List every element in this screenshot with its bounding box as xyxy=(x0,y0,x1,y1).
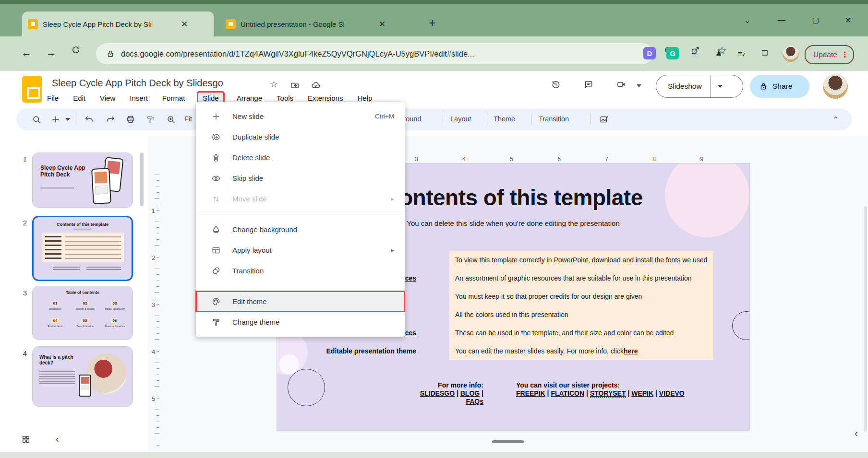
menu-item-duplicate-slide[interactable]: Duplicate slide xyxy=(196,127,405,147)
d-extension-icon[interactable]: D xyxy=(643,47,656,59)
share-button[interactable]: Share xyxy=(750,75,809,98)
canvas-horizontal-scrollbar[interactable] xyxy=(492,440,524,443)
slideshow-dropdown[interactable] xyxy=(711,75,729,97)
menu-item-move-slide[interactable]: Move slide▸ xyxy=(196,188,405,209)
version-history-icon[interactable] xyxy=(551,80,561,89)
new-tab-button[interactable]: + xyxy=(429,17,436,29)
asterisk-extension-icon[interactable]: ✳ xyxy=(689,47,702,59)
move-folder-icon[interactable] xyxy=(290,81,300,90)
forward-button[interactable]: → xyxy=(46,47,57,59)
submenu-arrow-icon: ▸ xyxy=(391,195,394,202)
thumb-title: Sleep Cycle App Pitch Deck xyxy=(40,164,88,178)
window-maximize-button[interactable]: ▢ xyxy=(812,16,819,24)
fit-zoom-select[interactable]: Fit xyxy=(184,115,192,123)
footer-link-storyset[interactable]: STORYSET xyxy=(590,389,626,398)
slide-thumbnail-1[interactable]: Sleep Cycle App Pitch Deck xyxy=(32,153,133,208)
h-ruler-number: 4 xyxy=(462,155,466,163)
menu-item-edit-theme[interactable]: Edit theme xyxy=(196,291,405,312)
menu-item-skip-slide[interactable]: Skip slide xyxy=(196,168,405,188)
back-button[interactable]: ← xyxy=(21,47,32,59)
undo-icon[interactable] xyxy=(84,115,94,124)
slide-number: 1 xyxy=(14,155,27,164)
browser-menu-dots-icon[interactable]: ⋮ xyxy=(841,50,849,59)
tab-close-icon[interactable]: ✕ xyxy=(181,19,188,29)
footer-link-wepik[interactable]: WEPIK xyxy=(631,389,653,397)
side-panel-icon[interactable]: ❒ xyxy=(759,47,771,59)
footer-link-freepik[interactable]: FREEPIK xyxy=(516,389,545,397)
redo-icon[interactable] xyxy=(106,115,115,124)
footer-sister-projects: You can visit our sister projects: FREEP… xyxy=(516,381,689,398)
menu-item-change-theme[interactable]: Change theme xyxy=(196,312,405,332)
meet-caret-icon[interactable] xyxy=(637,84,641,87)
meet-camera-icon[interactable] xyxy=(616,80,626,89)
reload-button[interactable] xyxy=(71,45,81,55)
menu-item-transition[interactable]: Transition xyxy=(196,260,405,281)
insert-image-icon[interactable] xyxy=(599,115,609,124)
canvas-vertical-scrollbar[interactable] xyxy=(864,206,867,432)
share-label: Share xyxy=(772,82,792,91)
collapse-toolbar-icon[interactable]: ⌃ xyxy=(832,115,839,124)
filmstrip-scrollbar[interactable] xyxy=(140,153,144,206)
menubar-item-edit[interactable]: Edit xyxy=(72,93,86,104)
puzzle-extension-icon[interactable]: ♟ xyxy=(712,47,725,59)
window-close-button[interactable]: ✕ xyxy=(845,16,851,25)
lock-icon xyxy=(759,82,768,91)
menu-item-new-slide[interactable]: New slideCtrl+M xyxy=(196,106,405,127)
grammarly-icon[interactable]: G xyxy=(666,47,679,59)
menubar-item-view[interactable]: View xyxy=(99,93,116,104)
comments-icon[interactable] xyxy=(584,80,593,89)
menubar-item-file[interactable]: File xyxy=(46,93,60,104)
new-slide-caret-icon[interactable] xyxy=(65,118,70,121)
table-right-text: An assortment of graphic resources that … xyxy=(449,269,713,287)
zoom-in-icon[interactable] xyxy=(166,115,176,124)
table-right-text: You must keep it so that proper credits … xyxy=(449,287,713,305)
footer-heading: For more info: xyxy=(405,381,483,389)
browser-avatar[interactable] xyxy=(783,46,799,62)
update-button[interactable]: Update ⋮ xyxy=(805,45,854,64)
grid-view-icon[interactable] xyxy=(21,435,31,444)
table-right-text: All the colors used in this presentation xyxy=(449,305,713,324)
print-icon[interactable] xyxy=(126,115,135,124)
menu-item-apply-layout[interactable]: Apply layout▸ xyxy=(196,240,405,260)
menubar-item-format[interactable]: Format xyxy=(161,93,186,104)
footer-link-faqs[interactable]: FAQs xyxy=(466,398,483,405)
browser-tab-2[interactable]: Untitled presentation - Google Sl ✕ xyxy=(220,12,412,36)
toc-item: 03Market opportunity xyxy=(101,298,129,310)
menu-item-delete-slide[interactable]: Delete slide xyxy=(196,147,405,168)
new-slide-plus-icon[interactable] xyxy=(51,115,60,124)
table-inline-link[interactable]: here xyxy=(624,347,638,355)
footer-link-slidesgo[interactable]: SLIDESGO xyxy=(420,389,455,397)
account-avatar[interactable] xyxy=(823,74,848,99)
slides-logo[interactable] xyxy=(22,76,42,103)
theme-button[interactable]: Theme xyxy=(494,115,515,123)
transition-button[interactable]: Transition xyxy=(539,115,569,123)
slide-thumbnail-2[interactable]: Contents of this template───────────── xyxy=(32,216,133,281)
footer-link-flaticon[interactable]: FLATICON xyxy=(551,389,584,397)
window-minimize-button[interactable]: — xyxy=(778,16,785,24)
menu-item-label: Skip slide xyxy=(232,174,263,182)
music-queue-icon[interactable]: ≡♪ xyxy=(735,47,748,59)
footer-link-blog[interactable]: BLOG xyxy=(460,389,480,397)
star-doc-icon[interactable]: ☆ xyxy=(270,79,278,90)
footer-link-videvo[interactable]: VIDEVO xyxy=(659,389,685,397)
h-ruler-number: 7 xyxy=(605,155,608,163)
tab-title: Untitled presentation - Google Sl xyxy=(241,20,375,28)
slideshow-button[interactable]: Slideshow xyxy=(656,75,743,98)
doc-title[interactable]: Sleep Cycle App Pitch Deck by Slidesgo xyxy=(52,78,223,89)
address-bar[interactable]: docs.google.com/presentation/d/1TZq4AWgi… xyxy=(96,43,653,64)
layout-button[interactable]: Layout xyxy=(450,115,471,123)
menu-item-change-background[interactable]: Change background xyxy=(196,219,405,240)
menubar-item-insert[interactable]: Insert xyxy=(129,93,149,104)
outline-circle-decoration xyxy=(288,369,325,406)
tab-close-icon[interactable]: ✕ xyxy=(379,19,386,29)
open-side-panel-icon[interactable]: ‹ xyxy=(855,428,858,439)
update-label: Update xyxy=(813,50,837,59)
window-chevron-icon[interactable]: ⌄ xyxy=(744,16,750,25)
browser-tab-1[interactable]: Sleep Cycle App Pitch Deck by Sli ✕ xyxy=(22,12,214,36)
slide-thumbnail-4[interactable]: What is a pitch deck? xyxy=(32,346,133,407)
paint-format-icon[interactable] xyxy=(146,115,156,124)
slide-thumbnail-3[interactable]: Table of contents01Introduction02Problem… xyxy=(32,286,133,340)
collapse-filmstrip-icon[interactable]: ‹ xyxy=(56,434,59,445)
search-menus-icon[interactable] xyxy=(32,115,41,124)
url-text: docs.google.com/presentation/d/1TZq4AWgi… xyxy=(121,49,474,59)
